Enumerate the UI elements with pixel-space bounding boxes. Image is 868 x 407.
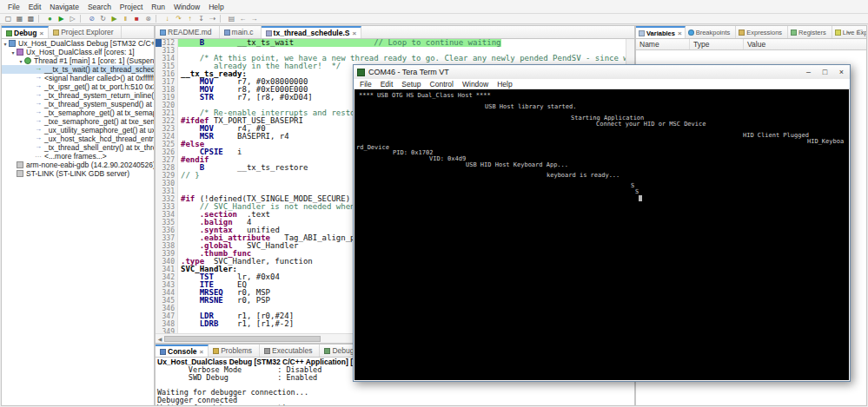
line-number[interactable]: 316 <box>162 70 178 78</box>
teraterm-menu-item[interactable]: Setup <box>397 79 425 89</box>
line-number[interactable]: 333 <box>162 203 178 211</box>
debug-tree-item[interactable]: arm-none-eabi-gdb (14.2.90.20240526) <box>2 161 154 169</box>
line-number[interactable]: 335 <box>162 219 178 226</box>
menu-item[interactable]: File <box>3 0 24 14</box>
teraterm-menu-item[interactable]: Edit <box>376 79 398 89</box>
menu-item[interactable]: Window <box>169 0 204 14</box>
back-icon[interactable]: ← <box>237 14 248 23</box>
line-number[interactable]: 344 <box>162 289 178 297</box>
terminal-screen[interactable]: **** USB OTG HS Dual_Class Host ****USB … <box>354 89 849 380</box>
maximize-button[interactable]: □ <box>817 66 833 79</box>
save-icon[interactable]: ▦ <box>14 14 25 23</box>
toolbar-separator[interactable] <box>220 15 224 23</box>
view-tab[interactable]: Executables <box>260 345 320 357</box>
debug-tree-item[interactable]: ST-LINK (ST-LINK GDB server) <box>2 169 154 178</box>
terminate-icon[interactable]: ■ <box>131 14 142 23</box>
line-number[interactable]: 336 <box>162 226 178 234</box>
view-tab[interactable]: Project Explorer <box>49 26 121 38</box>
debug-tree-item[interactable]: _tx_thread_shell_entry() at tx_thread_sh… <box>2 143 154 152</box>
debug-tree-item[interactable]: __tx_ts_wait() at tx_thread_schedule.S:3… <box>2 65 154 74</box>
step-over-icon[interactable]: ↷ <box>173 14 184 23</box>
close-tab-icon[interactable]: × <box>351 30 356 37</box>
profile-icon[interactable]: ▷ <box>67 14 78 23</box>
menu-item[interactable]: Navigate <box>45 0 83 14</box>
line-number[interactable]: 348 <box>162 320 178 328</box>
toolbar-separator[interactable] <box>80 15 84 23</box>
line-number[interactable]: 342 <box>162 273 178 281</box>
debug-tree-item[interactable]: <signal handler called>() at 0xfffffffd <box>2 74 154 82</box>
line-number[interactable]: 326 <box>162 148 178 156</box>
view-tab[interactable]: Breakpoints <box>686 26 737 38</box>
run-icon[interactable]: ▶ <box>56 14 67 23</box>
instruction-stepping-icon[interactable]: ⇢ <box>207 14 218 23</box>
suspend-icon[interactable]: ‖ <box>120 14 131 23</box>
column-header-type[interactable]: Type <box>690 39 744 49</box>
drop-to-frame-icon[interactable]: ↧ <box>195 14 207 23</box>
line-number[interactable]: 314 <box>162 55 178 62</box>
save-all-icon[interactable]: ▩ <box>25 14 36 23</box>
scrollbar-thumb[interactable] <box>164 336 321 342</box>
skip-breakpoints-icon[interactable]: ⊘ <box>86 14 97 23</box>
new-icon[interactable]: ▢ <box>3 14 14 23</box>
line-number[interactable]: 319 <box>162 94 178 102</box>
debug-tree-item[interactable]: _tx_thread_system_return_inline() at tx_… <box>2 91 154 100</box>
debug-tree-item[interactable]: _tx_semaphore_get() at tx_semaphore_g... <box>2 108 154 117</box>
editor-tab[interactable]: main.c <box>220 26 262 38</box>
view-tab[interactable]: Problems <box>209 345 260 357</box>
line-number[interactable]: 325 <box>162 141 178 148</box>
line-number[interactable]: 322 <box>162 117 178 125</box>
maximize-view-icon[interactable]: □ <box>856 28 865 36</box>
editor-tab[interactable]: README.md <box>156 26 220 38</box>
step-return-icon[interactable]: ↑ <box>184 14 195 23</box>
line-number[interactable]: 321 <box>162 109 178 117</box>
line-number[interactable]: 327 <box>162 156 178 164</box>
line-number[interactable]: 340 <box>162 258 178 266</box>
line-number[interactable]: 324 <box>162 133 178 141</box>
expander-icon[interactable]: ▾ <box>10 49 17 56</box>
line-number[interactable]: 318 <box>162 86 178 94</box>
debug-tree-item[interactable]: <...more frames...> <box>2 152 154 161</box>
menu-item[interactable]: Help <box>204 0 228 14</box>
view-tab[interactable]: Variables × <box>636 26 686 38</box>
expander-icon[interactable]: ▾ <box>2 41 9 47</box>
view-tab[interactable]: Registers <box>788 26 832 38</box>
disconnect-icon[interactable]: ⊗ <box>142 14 154 23</box>
debug-tree-item[interactable]: _ux_host_stack_hcd_thread_entry() at ux.… <box>2 135 154 143</box>
line-number[interactable]: 338 <box>162 242 178 250</box>
line-number[interactable]: 332 <box>162 195 178 203</box>
forward-icon[interactable]: → <box>248 14 260 23</box>
minimize-view-icon[interactable]: – <box>845 28 853 36</box>
line-number[interactable]: 331 <box>162 187 178 195</box>
line-number[interactable]: 347 <box>162 312 178 320</box>
toolbar-separator[interactable] <box>38 15 43 23</box>
close-tab-icon[interactable]: × <box>677 30 682 37</box>
minimize-button[interactable]: – <box>800 66 817 79</box>
debug-tree-item[interactable]: _tx_ipsr_get() at tx_port.h:510 0x341a0.… <box>2 82 154 91</box>
resume-icon[interactable]: ▶ <box>109 14 120 23</box>
step-into-icon[interactable]: ↓ <box>162 14 173 23</box>
memory-icon[interactable]: ▤ <box>226 14 237 23</box>
teraterm-menu-item[interactable]: Help <box>493 79 516 89</box>
view-tab[interactable]: Expressions <box>736 26 788 38</box>
menu-item[interactable]: Project <box>116 0 147 14</box>
debug-tree-item[interactable]: _ux_utility_semaphore_get() at ux_utilit… <box>2 126 154 135</box>
line-number[interactable]: 339 <box>162 250 178 258</box>
line-number[interactable]: 313 <box>162 47 178 55</box>
column-header-name[interactable]: Name <box>636 39 690 49</box>
close-button[interactable]: × <box>833 66 850 79</box>
teraterm-menu-item[interactable]: Control <box>426 79 458 89</box>
line-number[interactable]: 312 <box>162 39 178 47</box>
menu-item[interactable]: Run <box>147 0 169 14</box>
line-number[interactable]: 328 <box>162 164 178 172</box>
toolbar-separator[interactable] <box>156 15 160 23</box>
editor-tab[interactable]: tx_thread_schedule.S × <box>262 26 362 38</box>
debug-tree-item[interactable]: _txe_semaphore_get() at txe_semaphor... <box>2 117 154 126</box>
view-tab[interactable]: Console × <box>156 345 209 357</box>
line-number[interactable]: 320 <box>162 102 178 109</box>
menu-item[interactable]: Edit <box>24 0 46 14</box>
line-number[interactable]: 334 <box>162 211 178 219</box>
line-number[interactable]: 330 <box>162 180 178 187</box>
line-number[interactable]: 337 <box>162 234 178 242</box>
teraterm-menu-item[interactable]: Window <box>458 79 493 89</box>
column-header-value[interactable]: Value <box>744 39 866 49</box>
